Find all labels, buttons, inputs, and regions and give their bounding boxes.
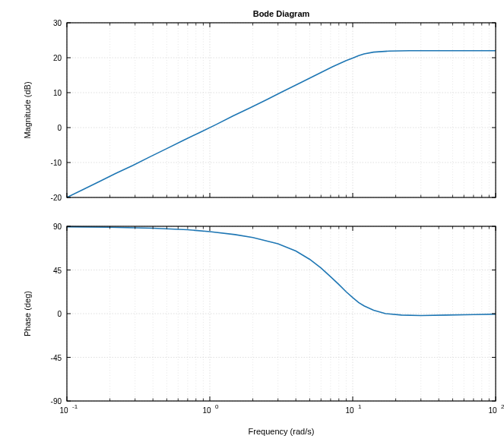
data-line	[67, 51, 496, 197]
y-tick-label: -90	[51, 397, 62, 406]
svg-text:10: 10	[59, 406, 68, 415]
phase-axes: -90-4504590Phase (deg)10-1100101102	[23, 223, 504, 415]
bode-figure: Bode Diagram -20-100102030Magnitude (dB)…	[0, 0, 504, 442]
y-tick-label: 0	[57, 310, 62, 318]
y-tick-label: 30	[53, 19, 62, 27]
y-tick-label: 45	[53, 267, 62, 275]
x-tick-label: 101	[345, 403, 362, 415]
svg-text:-1: -1	[72, 403, 78, 410]
svg-text:2: 2	[501, 403, 504, 410]
svg-text:0: 0	[215, 403, 219, 410]
x-tick-label: 100	[202, 403, 219, 415]
svg-text:1: 1	[358, 403, 362, 410]
data-line	[67, 227, 496, 316]
x-tick-label: 10-1	[59, 403, 78, 415]
x-axis-label: Frequency (rad/s)	[249, 427, 315, 436]
x-tick-label: 102	[488, 403, 504, 415]
y-tick-label: -10	[51, 159, 62, 167]
svg-rect-34	[67, 23, 496, 197]
svg-text:10: 10	[345, 406, 354, 415]
y-tick-label: 0	[57, 124, 62, 132]
y-tick-label: 20	[53, 54, 62, 62]
magnitude-axes: -20-100102030Magnitude (dB)	[23, 19, 496, 202]
y-tick-label: -20	[51, 194, 62, 202]
svg-text:10: 10	[488, 406, 497, 415]
y-axis-label: Magnitude (dB)	[23, 81, 32, 138]
y-tick-label: 10	[53, 89, 62, 97]
figure-title: Bode Diagram	[253, 9, 310, 18]
y-tick-label: -45	[51, 354, 62, 362]
y-axis-label: Phase (deg)	[23, 291, 32, 336]
y-tick-label: 90	[53, 223, 62, 231]
svg-text:10: 10	[202, 406, 211, 415]
